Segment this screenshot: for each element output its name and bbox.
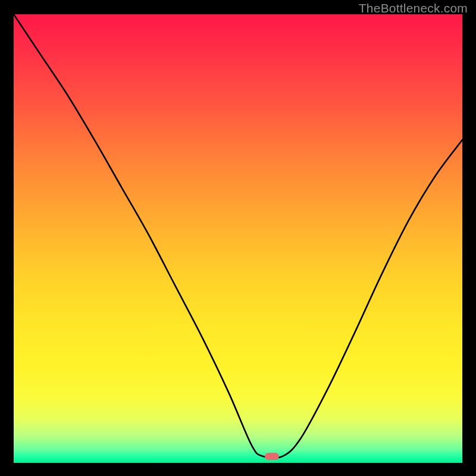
watermark-text: TheBottleneck.com [359, 1, 468, 15]
curve-path [14, 14, 462, 458]
plot-area [14, 14, 462, 463]
bottleneck-curve [14, 14, 462, 463]
optimum-marker [265, 453, 279, 460]
chart-frame: TheBottleneck.com [0, 0, 476, 476]
